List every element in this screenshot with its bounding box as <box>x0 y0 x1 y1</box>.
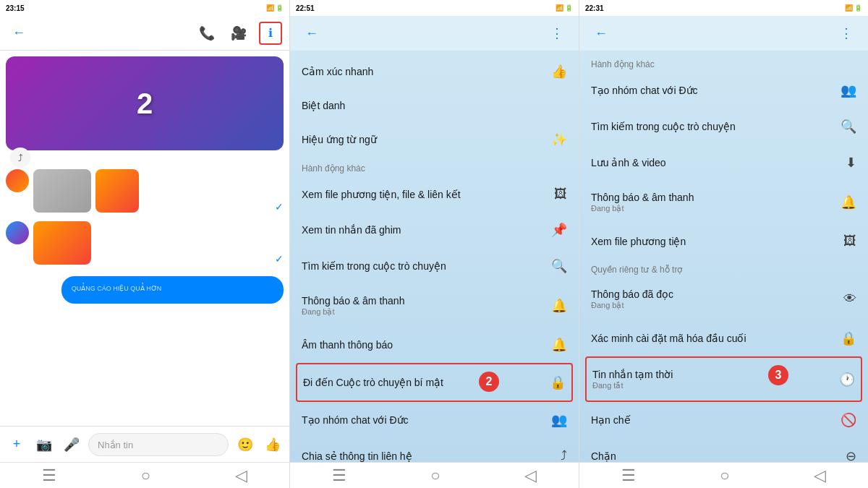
menu-item-sound[interactable]: Âm thanh thông báo 🔔 <box>290 327 579 363</box>
more-button-3[interactable]: ⋮ <box>835 22 858 45</box>
menu-label-nickname: Biệt danh <box>302 100 345 111</box>
like-button[interactable]: 👍 <box>262 434 284 455</box>
camera-button[interactable]: 📷 <box>33 434 55 455</box>
bottom-bar: + 📷 🎤 Nhắn tin 🙂 👍 <box>0 426 289 462</box>
info-button[interactable]: ℹ <box>259 22 282 45</box>
menu-icon-pinned: 📌 <box>551 222 567 238</box>
nav-back-3[interactable]: ◁ <box>814 466 826 485</box>
nav-home-2[interactable]: ○ <box>430 466 440 485</box>
settings-item-media[interactable]: Xem file phương tiện 🖼 <box>579 223 868 259</box>
nav-back-1[interactable]: ◁ <box>235 466 247 485</box>
nav-menu-1[interactable]: ☰ <box>42 466 56 485</box>
settings-item-restrict[interactable]: Hạn chế 🚫 <box>579 402 868 438</box>
menu-item-media[interactable]: Xem file phương tiện, file & liên kết 🖼 <box>290 176 579 212</box>
menu-item-pinned[interactable]: Xem tin nhắn đã ghim 📌 <box>290 212 579 248</box>
status-bar-3: 22:31 📶 🔋 <box>579 0 868 16</box>
mic-button[interactable]: 🎤 <box>61 434 82 455</box>
settings-label-e2e: Xác minh cài đặt mã hóa đầu cuối <box>591 333 746 344</box>
settings-icon-restrict: 🚫 <box>841 412 856 428</box>
nav-back-2[interactable]: ◁ <box>524 466 537 485</box>
story-item: 2 ⤴ <box>6 56 284 160</box>
back-button[interactable]: ← <box>7 22 30 45</box>
menu-panel: 22:51 📶 🔋 ← ⋮ Cảm xúc nhanh 👍 Biệt danh … <box>289 0 579 488</box>
nav-home-1[interactable]: ○ <box>141 466 150 485</box>
menu-label-notify: Thông báo & âm thanh <box>302 295 404 307</box>
share-icon[interactable]: ⤴ <box>10 147 30 168</box>
settings-icon-save: ⬇ <box>846 155 856 171</box>
settings-item-save[interactable]: Lưu ảnh & video ⬇ <box>579 145 868 181</box>
menu-item-secret[interactable]: Đi đến Cuộc trò chuyện bí mật 🔒 2 <box>297 364 571 401</box>
video-button[interactable]: 🎥 <box>227 22 250 45</box>
menu-icon-sound: 🔔 <box>551 337 567 353</box>
story-card[interactable]: 2 <box>6 56 284 150</box>
settings-label-readreceipt: Thông báo đã đọc <box>591 288 673 300</box>
msg-image-2 <box>95 169 139 213</box>
status-bar-1: 23:15 📶 🔋 <box>0 0 289 16</box>
nav-home-3[interactable]: ○ <box>720 466 729 485</box>
settings-icon-notify: 🔔 <box>841 194 856 210</box>
settings-icon-block: ⊖ <box>846 448 856 462</box>
settings-icon-readreceipt: 👁 <box>843 291 856 307</box>
nav-menu-2[interactable]: ☰ <box>332 466 346 485</box>
nav-bar-2: ☰ ○ ◁ <box>290 462 579 488</box>
menu-label-secret: Đi đến Cuộc trò chuyện bí mật <box>303 377 443 388</box>
message-row-1: ✓ <box>6 169 284 213</box>
menu-header: ← ⋮ <box>290 16 579 51</box>
section-title-actions-3: Hành động khác <box>579 53 868 72</box>
menu-label-emotions: Cảm xúc nhanh <box>302 66 373 77</box>
status-bar-2: 22:51 📶 🔋 <box>290 0 579 16</box>
settings-item-e2e[interactable]: Xác minh cài đặt mã hóa đầu cuối 🔒 <box>579 320 868 356</box>
menu-label-group: Tạo nhóm chat với Đức <box>302 414 409 426</box>
settings-label-block: Chặn <box>591 450 616 462</box>
nav-bar-3: ☰ ○ ◁ <box>579 462 868 488</box>
settings-item-readreceipt[interactable]: Thông báo đã đọc Đang bật 👁 <box>579 278 868 320</box>
highlight-temp-msg: Tin nhắn tạm thời Đang tắt 🕐 3 <box>585 356 862 402</box>
msg-image-3 <box>33 221 91 265</box>
settings-item-block[interactable]: Chặn ⊖ <box>579 438 868 462</box>
menu-item-search[interactable]: Tìm kiếm trong cuộc trò chuyện 🔍 <box>290 248 579 284</box>
menu-item-notify[interactable]: Thông báo & âm thanh Đang bật 🔔 <box>290 284 579 327</box>
chat-panel: 23:15 📶 🔋 ← 📞 🎥 ℹ 2 ⤴ <box>0 0 289 488</box>
settings-label-tempmsg: Tin nhắn tạm thời <box>592 369 673 380</box>
menu-icon-search: 🔍 <box>551 258 567 274</box>
settings-item-group[interactable]: Tạo nhóm chat với Đức 👥 <box>579 72 868 108</box>
back-button-2[interactable]: ← <box>300 22 323 45</box>
menu-icon-emotions: 👍 <box>551 64 567 80</box>
message-input[interactable]: Nhắn tin <box>88 433 229 456</box>
settings-panel: 22:31 📶 🔋 ← ⋮ Hành động khác Tạo nhóm ch… <box>579 0 868 488</box>
menu-icon-share: ⤴ <box>561 448 567 462</box>
back-button-3[interactable]: ← <box>590 22 613 45</box>
settings-item-search[interactable]: Tìm kiếm trong cuộc trò chuyện 🔍 <box>579 108 868 145</box>
status-icons-1: 📶 🔋 <box>266 4 284 12</box>
menu-item-share[interactable]: Chia sẻ thông tin liên hệ ⤴ <box>290 438 579 462</box>
settings-icon-e2e: 🔒 <box>841 330 856 346</box>
menu-list: Cảm xúc nhanh 👍 Biệt danh Hiệu ứng từ ng… <box>290 51 579 462</box>
menu-label-share: Chia sẻ thông tin liên hệ <box>302 450 412 462</box>
more-button-2[interactable]: ⋮ <box>545 22 569 45</box>
settings-item-notify[interactable]: Thông báo & âm thanh Đang bật 🔔 <box>579 181 868 223</box>
phone-button[interactable]: 📞 <box>195 22 218 45</box>
chat-header: ← 📞 🎥 ℹ <box>0 16 289 51</box>
menu-sub-notify: Đang bật <box>302 307 404 317</box>
sent-message: QUẢNG CÁO HIỆU QUẢ HƠN <box>61 276 284 304</box>
nav-menu-3[interactable]: ☰ <box>621 466 636 485</box>
menu-item-effects[interactable]: Hiệu ứng từ ngữ ✨ <box>290 121 579 158</box>
badge-3: 3 <box>768 365 788 385</box>
header-action-icons: 📞 🎥 ℹ <box>195 22 282 45</box>
settings-icon-tempmsg: 🕐 <box>839 372 855 388</box>
menu-item-emotions[interactable]: Cảm xúc nhanh 👍 <box>290 53 579 90</box>
settings-sub-tempmsg: Đang tắt <box>592 381 673 390</box>
settings-label-search: Tìm kiếm trong cuộc trò chuyện <box>591 121 736 132</box>
menu-item-nickname[interactable]: Biệt danh <box>290 90 579 121</box>
menu-item-group[interactable]: Tạo nhóm chat với Đức 👥 <box>290 402 579 438</box>
settings-list: Hành động khác Tạo nhóm chat với Đức 👥 T… <box>579 51 868 462</box>
avatar-2 <box>6 221 29 244</box>
chat-area: 2 ⤴ ✓ <box>0 51 289 426</box>
menu-label-sound: Âm thanh thông báo <box>302 339 393 351</box>
plus-button[interactable]: + <box>6 434 27 455</box>
section-title-actions: Hành động khác <box>290 158 579 176</box>
badge-2: 2 <box>479 372 499 392</box>
settings-label-restrict: Hạn chế <box>591 414 631 426</box>
settings-item-tempmsg[interactable]: Tin nhắn tạm thời Đang tắt 🕐 3 <box>587 358 861 401</box>
emoji-button[interactable]: 🙂 <box>234 434 256 455</box>
